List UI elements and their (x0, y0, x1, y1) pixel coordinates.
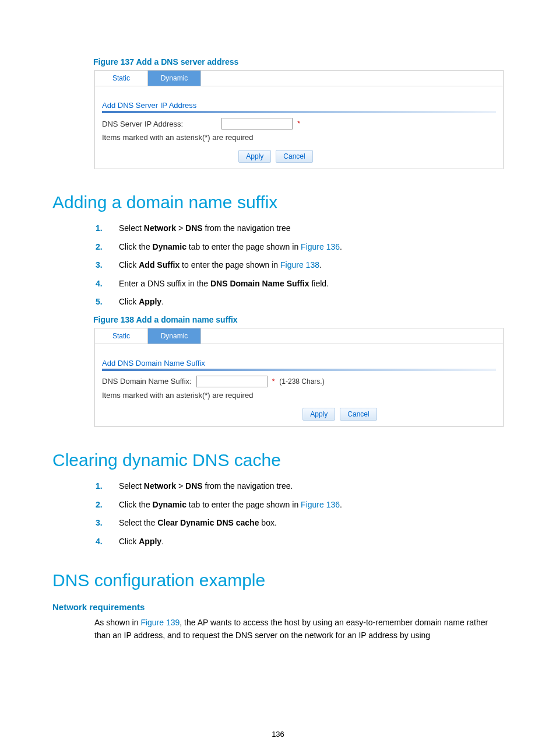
crossref-figure-136[interactable]: Figure 136 (301, 242, 340, 251)
heading-dns-config-example: DNS configuration example (52, 570, 504, 590)
field-label: DNS Domain Name Suffix: (102, 377, 192, 386)
tab-static[interactable]: Static (95, 328, 148, 344)
text: Click the (119, 500, 153, 509)
button-row: Apply Cancel (177, 404, 503, 426)
text: Select (119, 481, 144, 491)
tab-strip: Static Dynamic (95, 328, 503, 344)
crossref-figure-139[interactable]: Figure 139 (140, 618, 180, 627)
bold: DNS (185, 481, 203, 491)
dns-ip-input[interactable] (221, 118, 293, 130)
document-page: Figure 137 Add a DNS server address Stat… (0, 0, 556, 756)
text: > (176, 481, 185, 491)
crossref-figure-136[interactable]: Figure 136 (301, 500, 340, 509)
cancel-button[interactable]: Cancel (340, 408, 376, 421)
tab-dynamic[interactable]: Dynamic (148, 71, 201, 86)
text: Click (119, 537, 139, 546)
text: Click (119, 297, 139, 306)
bold: DNS Domain Name Suffix (210, 279, 309, 288)
text: . (161, 537, 164, 546)
step-3: Click Add Suffix to enter the page shown… (96, 260, 504, 271)
text: . (340, 242, 342, 251)
step-2: Click the Dynamic tab to enter the page … (96, 242, 504, 253)
dns-suffix-input[interactable] (196, 376, 268, 387)
required-star: * (272, 377, 275, 386)
page-number: 136 (0, 730, 556, 738)
text: Click (119, 260, 139, 270)
apply-button[interactable]: Apply (238, 150, 271, 163)
bold: Apply (139, 537, 161, 546)
bold: Network (144, 481, 176, 491)
required-note: Items marked with an asterisk(*) are req… (95, 131, 503, 146)
bold: Add Suffix (139, 260, 180, 270)
text: from the navigation tree (203, 223, 291, 233)
text: Select the (119, 518, 157, 527)
panel-title: Add DNS Domain Name Suffix (102, 359, 496, 368)
bold: Apply (139, 297, 161, 306)
cancel-button[interactable]: Cancel (276, 150, 312, 163)
figure-138-caption: Figure 138 Add a domain name suffix (93, 315, 504, 324)
text: tab to enter the page shown in (186, 242, 301, 251)
step-2: Click the Dynamic tab to enter the page … (96, 499, 504, 511)
step-4: Click Apply. (96, 536, 504, 548)
bold: Network (144, 223, 176, 233)
heading-clearing-cache: Clearing dynamic DNS cache (52, 450, 504, 470)
body-paragraph: As shown in Figure 139, the AP wants to … (94, 617, 504, 642)
text: field. (309, 279, 329, 288)
heading-adding-suffix: Adding a domain name suffix (52, 192, 504, 212)
bold: Dynamic (153, 500, 186, 509)
text: box. (259, 518, 276, 527)
steps-clearing-cache: Select Network > DNS from the navigation… (96, 481, 504, 547)
required-note: Items marked with an asterisk(*) are req… (95, 388, 503, 404)
form-row-dns-suffix: DNS Domain Name Suffix: *(1-238 Chars.) (95, 371, 503, 388)
text: from the navigation tree. (203, 481, 293, 491)
text: . (340, 500, 342, 509)
text: . (161, 297, 164, 306)
step-1: Select Network > DNS from the navigation… (96, 223, 504, 235)
step-5: Click Apply. (96, 296, 504, 308)
bold: Dynamic (153, 242, 186, 251)
field-label: DNS Server IP Address: (102, 120, 183, 128)
figure-137-caption: Figure 137 Add a DNS server address (93, 57, 504, 66)
tab-dynamic[interactable]: Dynamic (148, 328, 201, 344)
apply-button[interactable]: Apply (302, 408, 335, 421)
figure-137-screenshot: Static Dynamic Add DNS Server IP Address… (94, 70, 504, 169)
text: Select (119, 223, 144, 233)
bold: DNS (185, 223, 203, 233)
text: to enter the page shown in (180, 260, 280, 270)
crossref-figure-138[interactable]: Figure 138 (280, 260, 319, 270)
required-star: * (297, 120, 300, 128)
form-row-dns-ip: DNS Server IP Address: * (95, 113, 503, 131)
step-3: Select the Clear Dynamic DNS cache box. (96, 517, 504, 529)
tab-static[interactable]: Static (95, 71, 148, 86)
text: . (319, 260, 322, 270)
text: Enter a DNS suffix in the (119, 279, 210, 288)
step-1: Select Network > DNS from the navigation… (96, 481, 504, 492)
tab-strip: Static Dynamic (95, 70, 503, 86)
figure-138-screenshot: Static Dynamic Add DNS Domain Name Suffi… (94, 328, 504, 427)
subhead-network-requirements: Network requirements (52, 602, 504, 612)
step-4: Enter a DNS suffix in the DNS Domain Nam… (96, 278, 504, 290)
text: tab to enter the page shown in (186, 500, 301, 509)
panel-title: Add DNS Server IP Address (102, 101, 496, 110)
bold: Clear Dynamic DNS cache (157, 518, 259, 527)
button-row: Apply Cancel (48, 146, 503, 169)
text: > (176, 223, 185, 233)
text: As shown in (94, 618, 140, 627)
steps-adding-suffix: Select Network > DNS from the navigation… (96, 223, 504, 308)
chars-hint: (1-238 Chars.) (279, 377, 324, 386)
text: Click the (119, 242, 153, 251)
